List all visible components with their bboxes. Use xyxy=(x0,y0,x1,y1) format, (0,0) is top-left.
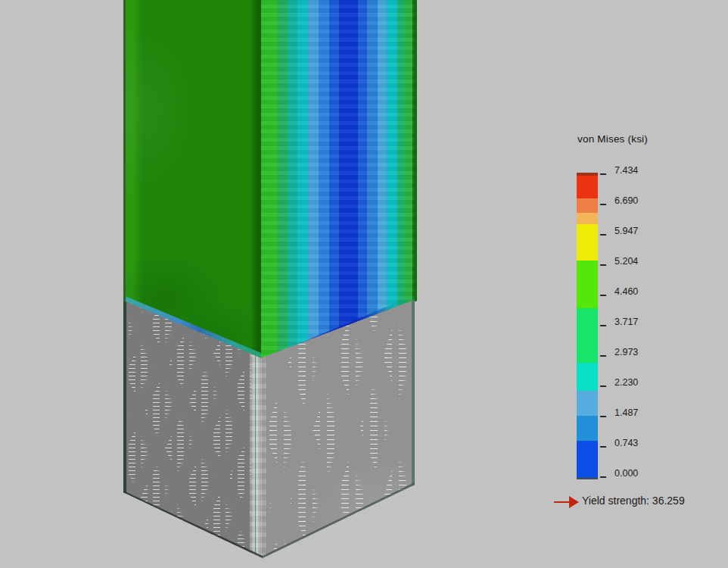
mesh-left-edge xyxy=(123,300,126,497)
legend-tick xyxy=(600,416,606,417)
legend-tick-label: 0.000 xyxy=(614,468,638,479)
legend-color-bar xyxy=(577,173,598,479)
column-left-edge xyxy=(123,0,126,303)
yield-arrow-line-icon xyxy=(554,501,570,503)
legend-tick-label: 2.230 xyxy=(614,377,638,388)
legend-tick xyxy=(600,173,606,175)
column-right-edge xyxy=(415,0,417,303)
legend-tick xyxy=(600,204,606,205)
legend-tick-label: 1.487 xyxy=(614,407,638,418)
yield-strength-label: Yield strength: 36.259 xyxy=(582,495,685,507)
legend-tick-label: 7.434 xyxy=(614,165,638,176)
legend-tick xyxy=(600,385,606,387)
legend-tick-label: 5.947 xyxy=(614,226,638,236)
legend-tick xyxy=(600,355,606,357)
model-stress-region[interactable] xyxy=(123,0,417,367)
legend-title: von Mises (ksi) xyxy=(577,133,648,145)
legend-tick xyxy=(600,476,606,478)
legend-tick-label: 2.973 xyxy=(614,347,638,357)
legend-tick-label: 6.690 xyxy=(614,195,638,206)
legend-tick-label: 0.743 xyxy=(614,438,638,448)
legend-tick xyxy=(600,234,606,236)
legend-tick xyxy=(600,264,606,266)
legend-tick-label: 4.460 xyxy=(614,286,638,297)
legend-tick xyxy=(600,295,606,296)
legend-tick-label: 5.204 xyxy=(614,256,638,267)
yield-arrow-head-icon xyxy=(569,496,579,508)
legend-tick xyxy=(600,325,606,326)
solidworks-viewport[interactable]: von Mises (ksi) 7.4346.6905.9475.2044.46… xyxy=(0,0,728,568)
legend-tick xyxy=(600,446,606,448)
legend-tick-label: 3.717 xyxy=(614,317,638,327)
mesh-right-edge xyxy=(412,300,415,489)
